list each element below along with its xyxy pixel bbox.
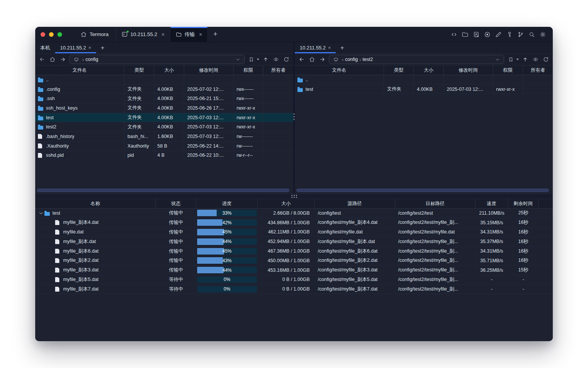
column-header[interactable]: 文件名 [295, 66, 384, 75]
file-row[interactable]: sshd.pid pid 4 B 2025-06-22 10:... rw-r-… [35, 151, 293, 161]
file-owner [263, 151, 293, 160]
path-input[interactable]: ›config›test2 [329, 55, 504, 64]
path-dropdown-icon[interactable] [234, 56, 242, 63]
path-dropdown-icon[interactable] [493, 56, 501, 63]
branch-icon[interactable] [517, 31, 524, 38]
transfer-row[interactable]: myfile_副本3.dat 传输中 44% 453.16MB / 1.00GB… [35, 266, 553, 275]
column-header[interactable]: 类型 [384, 66, 414, 75]
new-panel-tab-button[interactable]: + [336, 42, 348, 53]
column-header[interactable]: 所有者 [523, 66, 553, 75]
minimize-window-button[interactable] [49, 32, 54, 37]
transfer-row[interactable]: myfile_副本7.dat 等待中 0% 0 B / 1.00GB /conf… [35, 284, 553, 294]
close-window-button[interactable] [41, 32, 45, 37]
panel-tab[interactable]: 10.211.55.2 × [295, 42, 336, 53]
panel-tab[interactable]: 10.211.55.2 × [55, 42, 96, 53]
column-header[interactable]: 文件名 [35, 66, 124, 75]
file-permissions: rw-r--r-- [234, 151, 263, 160]
column-header[interactable]: 权限 [493, 66, 523, 75]
horizontal-scrollbar[interactable] [296, 189, 549, 192]
zoom-window-button[interactable] [57, 32, 62, 37]
transfer-speed: - [475, 275, 508, 284]
column-header[interactable]: 进度 [196, 199, 258, 208]
file-row[interactable]: .ssh 文件夹 4.00KB 2025-06-21 15:... rwx---… [35, 94, 293, 104]
search-icon[interactable] [528, 31, 536, 38]
transfer-row[interactable]: myfile_副本2.dat 传输中 43% 450.00MB / 1.00GB… [35, 256, 553, 266]
bookmark-icon[interactable] [247, 56, 255, 63]
column-header[interactable]: 剩余时间 [508, 199, 539, 208]
tab-ssh-session[interactable]: 10.211.55.2 × [116, 27, 170, 42]
transfer-row[interactable]: myfile_副本5.dat 等待中 0% 0 B / 1.00GB /conf… [35, 275, 553, 285]
home-icon[interactable] [308, 56, 316, 63]
new-tab-button[interactable]: + [208, 27, 223, 42]
column-header[interactable]: 修改时间 [184, 66, 234, 75]
file-row[interactable]: .bash_history bash_hi... 1.60KB 2025-07-… [35, 132, 293, 141]
horizontal-splitter[interactable] [35, 194, 553, 199]
breadcrumb-segment[interactable]: test2 [363, 57, 373, 62]
transfer-row[interactable]: myfile_副本.dat 传输中 44% 452.94MB / 1.00GB … [35, 237, 553, 246]
bookmark-icon[interactable] [507, 56, 514, 63]
folder-icon[interactable] [461, 31, 469, 38]
horizontal-scrollbar[interactable] [37, 189, 289, 192]
column-header[interactable]: 名称 [35, 199, 156, 208]
file-row[interactable]: .. [295, 75, 553, 85]
column-header[interactable]: 大小 [414, 66, 444, 75]
column-header[interactable]: 目标路径 [395, 199, 475, 208]
code-icon[interactable] [450, 31, 458, 38]
forward-icon[interactable] [59, 56, 67, 63]
column-header[interactable]: 状态 [156, 199, 196, 208]
file-row[interactable]: ssh_host_keys 文件夹 4.00KB 2025-06-26 17:.… [35, 104, 293, 113]
splitter-handle-icon[interactable] [291, 195, 297, 198]
refresh-icon[interactable] [283, 56, 290, 63]
transfer-row[interactable]: myfile.dat 传输中 45% 462.11MB / 1.00GB /co… [35, 228, 553, 237]
home-icon[interactable] [49, 56, 56, 63]
column-header[interactable]: 所有者 [263, 66, 293, 75]
column-header[interactable]: 修改时间 [444, 66, 493, 75]
file-row[interactable]: .config 文件夹 4.00KB 2025-07-02 12:... rwx… [35, 85, 293, 94]
upload-icon[interactable] [262, 56, 270, 63]
event-log-icon[interactable] [472, 31, 480, 38]
back-icon[interactable] [38, 56, 46, 63]
column-header[interactable]: 类型 [124, 66, 154, 75]
path-input[interactable]: ›config [69, 55, 245, 64]
file-row[interactable]: .Xauthority Xauthority 58 B 2025-06-22 1… [35, 141, 293, 151]
key-icon[interactable] [506, 31, 513, 38]
close-tab-icon[interactable]: × [328, 45, 331, 51]
close-tab-icon[interactable]: × [162, 31, 165, 38]
breadcrumb-segment[interactable]: config [345, 57, 358, 62]
show-hidden-icon[interactable] [532, 56, 539, 63]
tab-home[interactable]: Termora [70, 27, 116, 42]
back-icon[interactable] [298, 56, 305, 63]
forward-icon[interactable] [318, 56, 326, 63]
left-panel-tabs: 本机 × 10.211.55.2 × + [35, 42, 293, 54]
bookmark-dropdown-icon[interactable] [257, 59, 259, 60]
breadcrumb-segment[interactable]: config [85, 57, 98, 62]
transfer-row[interactable]: test 传输中 33% 2.66GB / 8.00GB /config/tes… [35, 209, 553, 218]
column-header[interactable]: 大小 [154, 66, 184, 75]
column-header[interactable]: 速度 [475, 199, 508, 208]
record-icon[interactable] [483, 31, 491, 38]
column-header[interactable]: 源路径 [315, 199, 395, 208]
tab-transfer[interactable]: 传输 × [170, 27, 208, 42]
panel-tab[interactable]: 本机 × [35, 42, 55, 53]
file-row[interactable]: test 文件夹 4.00KB 2025-07-03 12:... rwxr-x… [295, 85, 553, 94]
transfer-row[interactable]: myfile_副本6.dat 传输中 45% 467.36MB / 1.00GB… [35, 246, 553, 256]
file-row[interactable]: .. [35, 75, 293, 85]
refresh-icon[interactable] [542, 56, 550, 63]
edit-icon[interactable] [495, 31, 502, 38]
settings-icon[interactable] [539, 31, 547, 38]
new-panel-tab-button[interactable]: + [96, 42, 109, 53]
transfer-target-path: /config/test2/test/myfile_副... [395, 284, 475, 294]
close-tab-icon[interactable]: × [88, 45, 91, 51]
upload-icon[interactable] [521, 56, 529, 63]
transfer-speed: 34.31MB/s [475, 228, 508, 237]
bookmark-dropdown-icon[interactable] [516, 59, 519, 60]
file-row[interactable]: test2 文件夹 4.00KB 2025-07-03 12:... rwxr-… [35, 122, 293, 132]
close-tab-icon[interactable]: × [199, 31, 202, 38]
file-type-icon [38, 79, 43, 82]
show-hidden-icon[interactable] [272, 56, 280, 63]
transfer-row[interactable]: myfile_副本4.dat 传输中 42% 434.86MB / 1.00GB… [35, 218, 553, 228]
file-row[interactable]: test 文件夹 4.00KB 2025-07-03 12:... rwxr-x… [35, 113, 293, 123]
expand-chevron-icon[interactable] [38, 209, 44, 218]
column-header[interactable]: 权限 [234, 66, 263, 75]
column-header[interactable]: 大小 [258, 199, 315, 208]
